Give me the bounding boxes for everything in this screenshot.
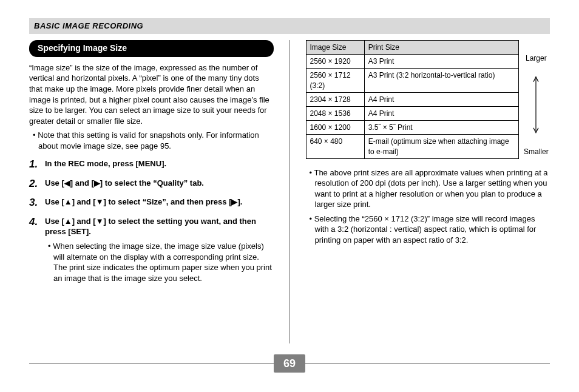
table-cell: A3 Print — [364, 55, 518, 69]
table-cell: E-mail (optimum size when attaching imag… — [364, 135, 518, 158]
intro-note: Note that this setting is valid for snap… — [31, 130, 274, 151]
right-column: Image Size Print Size 2560 × 1920A3 Prin… — [306, 40, 550, 343]
step-text: Use [▲] and [▼] to select “Size”, and th… — [45, 197, 242, 206]
table-cell: 3.5˝ × 5˝ Print — [364, 121, 518, 135]
scale-top-label: Larger — [526, 53, 547, 63]
table-head: Image Size — [306, 41, 364, 55]
table-cell: A4 Print — [364, 106, 518, 120]
step-list: In the REC mode, press [MENU]. Use [◀] a… — [29, 158, 274, 283]
size-scale: Larger Smaller — [523, 40, 550, 159]
table-cell: 1600 × 1200 — [306, 121, 364, 135]
table-cell: 2304 × 1728 — [306, 92, 364, 106]
step-item: Use [◀] and [▶] to select the “Quality” … — [29, 178, 274, 189]
table-cell: 2560 × 1920 — [306, 55, 364, 69]
page-header: BASIC IMAGE RECORDING — [29, 18, 550, 34]
table-cell: 2048 × 1536 — [306, 106, 364, 120]
double-arrow-icon — [532, 63, 540, 146]
step-item: Use [▲] and [▼] to select the setting yo… — [29, 216, 274, 283]
intro-paragraph: “Image size” is the size of the image, e… — [29, 63, 274, 126]
right-note: The above print sizes are all approximat… — [308, 167, 550, 210]
image-size-table: Image Size Print Size 2560 × 1920A3 Prin… — [306, 40, 519, 159]
table-cell: 2560 × 1712 (3:2) — [306, 69, 364, 92]
left-column: Specifying Image Size “Image size” is th… — [29, 40, 274, 343]
scale-bottom-label: Smaller — [524, 147, 549, 157]
right-note: Selecting the “2560 × 1712 (3:2)” image … — [308, 214, 550, 246]
table-cell: A4 Print — [364, 92, 518, 106]
section-title: Specifying Image Size — [29, 40, 274, 57]
step-item: Use [▲] and [▼] to select “Size”, and th… — [29, 197, 274, 208]
table-cell: A3 Print (3:2 horizontal-to-vertical rat… — [364, 69, 518, 92]
footer-rule — [29, 363, 274, 364]
step-text: Use [▲] and [▼] to select the setting yo… — [45, 217, 256, 237]
footer-rule — [305, 363, 550, 364]
step-text: In the REC mode, press [MENU]. — [45, 159, 166, 168]
table-head: Print Size — [364, 41, 518, 55]
page-footer: 69 — [29, 353, 550, 374]
step-subnote: When selecting the image size, the image… — [45, 241, 274, 283]
step-item: In the REC mode, press [MENU]. — [29, 158, 274, 169]
page-number: 69 — [274, 354, 305, 373]
step-text: Use [◀] and [▶] to select the “Quality” … — [45, 178, 204, 188]
table-cell: 640 × 480 — [306, 135, 364, 158]
column-divider — [290, 40, 290, 343]
